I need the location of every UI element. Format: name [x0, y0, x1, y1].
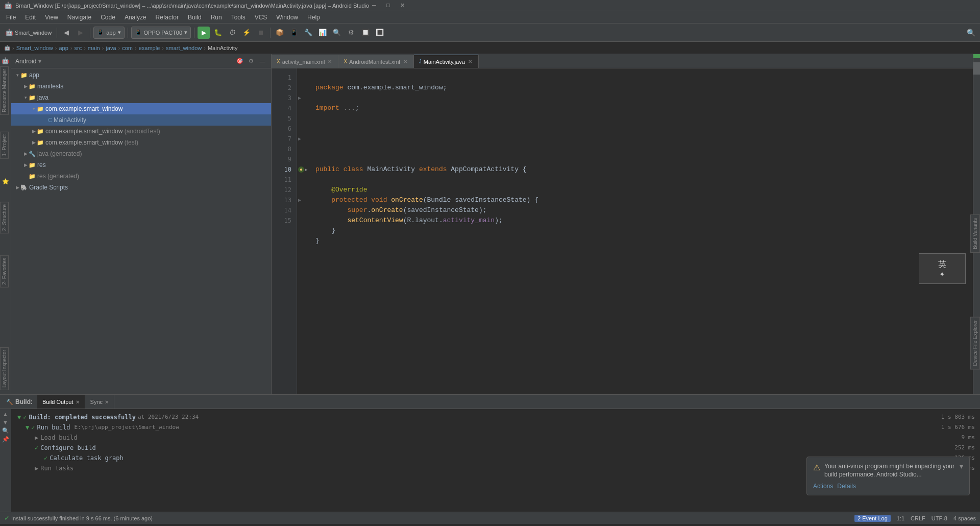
search-button[interactable]: 🔍	[965, 27, 977, 39]
menu-edit[interactable]: Edit	[21, 13, 40, 22]
tab-sync-close[interactable]: ✕	[105, 399, 109, 405]
toolbar-btn-5[interactable]: 🔲	[359, 27, 372, 39]
encoding-indicator[interactable]: UTF-8	[932, 515, 947, 521]
toolbar-project-icon[interactable]: 🤖 Smart_window	[3, 27, 54, 39]
folder-res-icon: 📁	[29, 162, 36, 169]
tab-close-1[interactable]: ✕	[327, 58, 333, 65]
tree-res[interactable]: ▶ 📁 res	[11, 159, 271, 171]
project-dropdown-arrow[interactable]: ▾	[38, 58, 41, 65]
crlf-indicator[interactable]: CRLF	[911, 515, 925, 521]
menu-help[interactable]: Help	[303, 13, 324, 22]
tree-java[interactable]: ▾ 📁 java	[11, 92, 271, 103]
scroll-up-btn[interactable]: ▲	[3, 411, 8, 417]
stop-button[interactable]: ⏹	[255, 27, 267, 39]
event-log-label: Event Log	[862, 515, 888, 521]
menu-refactor[interactable]: Refactor	[152, 13, 183, 22]
tree-test[interactable]: ▶ 📁 com.example.smart_window (test)	[11, 137, 271, 148]
tree-res-gen[interactable]: ▶ 📁 res (generated)	[11, 171, 271, 182]
tab-close-3[interactable]: ✕	[467, 58, 473, 65]
bc-java[interactable]: java	[106, 45, 116, 51]
favorites-icon[interactable]: ⭐	[1, 177, 10, 186]
event-log-button[interactable]: 2 Event Log	[854, 515, 891, 522]
bc-main[interactable]: main	[88, 45, 100, 51]
menu-run[interactable]: Run	[207, 13, 226, 22]
bc-mainactivity[interactable]: MainActivity	[208, 45, 238, 51]
tab-sync[interactable]: Sync ✕	[85, 395, 114, 409]
position-indicator[interactable]: 1:1	[897, 515, 904, 521]
scroll-down-btn[interactable]: ▼	[3, 419, 8, 425]
project-collapse-btn[interactable]: —	[258, 57, 267, 66]
sdk-manager-btn[interactable]: 📦	[274, 27, 286, 39]
bc-com[interactable]: com	[122, 45, 133, 51]
code-editor[interactable]: 1 2 3 4 5 6 7 8 9 10 11 12 13 14 15	[272, 68, 973, 394]
run-button[interactable]: ▶	[198, 27, 210, 39]
toolbar-btn-6[interactable]: 🔳	[374, 27, 386, 39]
app-module-dropdown[interactable]: 📱 app ▾	[93, 27, 124, 39]
bc-example[interactable]: example	[139, 45, 160, 51]
android-panel-icon[interactable]: 🤖	[1, 56, 10, 65]
tree-app[interactable]: ▾ 📁 app	[11, 69, 271, 81]
menu-code[interactable]: Code	[96, 13, 119, 22]
toolbar-back-btn[interactable]: ◀	[60, 27, 72, 39]
favorites-panel[interactable]: 2- Favorites	[0, 255, 9, 288]
scrollbar-thumb[interactable]	[973, 62, 980, 75]
menu-tools[interactable]: Tools	[227, 13, 250, 22]
avd-manager-btn[interactable]: 📱	[288, 27, 300, 39]
device-explorer-panel[interactable]: Device File Explorer	[970, 317, 980, 369]
pin-btn[interactable]: 📌	[2, 436, 9, 443]
bc-src[interactable]: src	[75, 45, 82, 51]
project-locate-btn[interactable]: 🎯	[235, 57, 244, 66]
captures-panel[interactable]: Layout Inspector	[0, 347, 9, 390]
tab-build-output-close[interactable]: ✕	[76, 399, 80, 405]
debug-button[interactable]: 🐛	[212, 27, 224, 39]
notification-popup: ⚠ Your anti-virus program might be impac…	[806, 457, 970, 495]
menu-analyze[interactable]: Analyze	[120, 13, 151, 22]
tab-mainactivity-java[interactable]: J MainActivity.java ✕	[414, 55, 479, 68]
apply-changes-btn[interactable]: ⚡	[240, 27, 253, 39]
close-button[interactable]: ✕	[397, 2, 408, 9]
project-settings-btn[interactable]: ⚙	[247, 57, 256, 66]
window-controls[interactable]: ─ □ ✕	[369, 2, 407, 9]
structure-panel[interactable]: 2- Structure	[0, 202, 9, 233]
menu-vcs[interactable]: VCS	[251, 13, 272, 22]
menu-window[interactable]: Window	[272, 13, 302, 22]
bc-smartwindow2[interactable]: smart_window	[166, 45, 202, 51]
bc-app[interactable]: app	[59, 45, 68, 51]
tree-java-gen[interactable]: ▶ 🔧 java (generated)	[11, 148, 271, 159]
minimize-button[interactable]: ─	[369, 2, 379, 9]
notif-details-link[interactable]: Details	[837, 483, 856, 490]
filter-btn[interactable]: 🔍	[2, 427, 9, 434]
tree-androidtest[interactable]: ▶ 📁 com.example.smart_window (androidTes…	[11, 126, 271, 137]
project-vert-panel[interactable]: 1- Project	[0, 132, 9, 159]
tab-build[interactable]: 🔨 Build:	[2, 395, 37, 409]
menu-build[interactable]: Build	[184, 13, 206, 22]
menu-file[interactable]: File	[2, 13, 20, 22]
toolbar-btn-1[interactable]: 🔧	[302, 27, 314, 39]
bc-smartwindow[interactable]: Smart_window	[16, 45, 53, 51]
device-dropdown[interactable]: 📱 OPPO PACT00 ▾	[131, 27, 191, 39]
tree-com-example[interactable]: ▾ 📁 com.example.smart_window	[11, 103, 271, 114]
notif-actions-link[interactable]: Actions	[813, 483, 833, 490]
xml-icon-1: X	[277, 59, 280, 64]
tree-mainactivity[interactable]: C MainActivity	[11, 114, 271, 126]
tree-manifests[interactable]: ▶ 📁 manifests	[11, 81, 271, 92]
toolbar-btn-3[interactable]: 🔍	[331, 27, 343, 39]
tab-build-output[interactable]: Build Output ✕	[37, 395, 85, 409]
resource-manager-panel[interactable]: Resource Manager	[0, 66, 9, 115]
maximize-button[interactable]: □	[383, 2, 393, 9]
notif-close-btn[interactable]: ▾	[960, 462, 963, 470]
menu-navigate[interactable]: Navigate	[63, 13, 95, 22]
build-variants-panel[interactable]: Build Variants	[970, 214, 980, 253]
profile-button[interactable]: ⏱	[226, 27, 238, 39]
menu-view[interactable]: View	[41, 13, 62, 22]
tab-close-2[interactable]: ✕	[402, 58, 408, 65]
code-content[interactable]: package com.example.smart_window; import…	[311, 68, 973, 394]
tree-gradle[interactable]: ▶ 🐘 Gradle Scripts	[11, 182, 271, 193]
tab-activity-main-xml[interactable]: X activity_main.xml ✕	[272, 55, 338, 68]
toolbar-btn-2[interactable]: 📊	[316, 27, 329, 39]
folder-java-icon: 📁	[29, 94, 36, 101]
toolbar-forward-btn[interactable]: ▶	[75, 27, 87, 39]
toolbar-btn-4[interactable]: ⚙	[345, 27, 357, 39]
spaces-indicator[interactable]: 4 spaces	[953, 515, 976, 521]
tab-android-manifest[interactable]: X AndroidManifest.xml ✕	[338, 55, 413, 68]
